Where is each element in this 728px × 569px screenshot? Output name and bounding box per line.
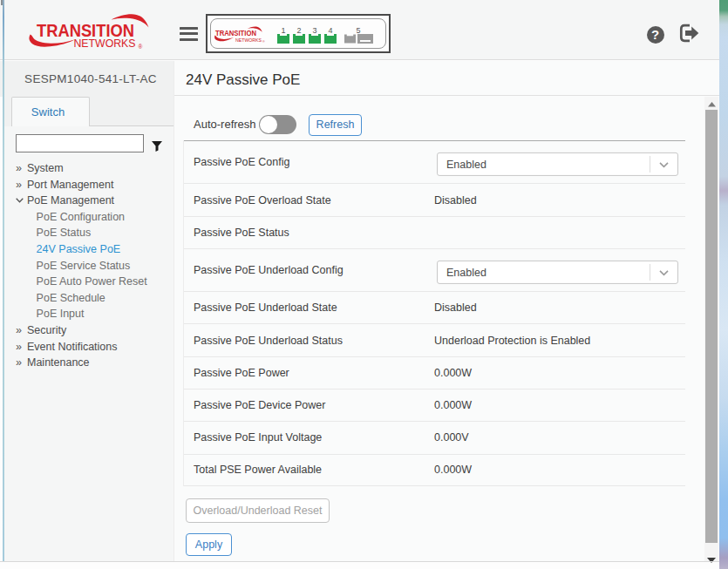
- svg-text:®: ®: [262, 40, 265, 44]
- svg-text:NETWORKS: NETWORKS: [74, 37, 136, 50]
- svg-text:TRANSITION: TRANSITION: [215, 29, 256, 37]
- svg-text:NETWORKS: NETWORKS: [235, 37, 262, 43]
- svg-text:®: ®: [139, 44, 143, 50]
